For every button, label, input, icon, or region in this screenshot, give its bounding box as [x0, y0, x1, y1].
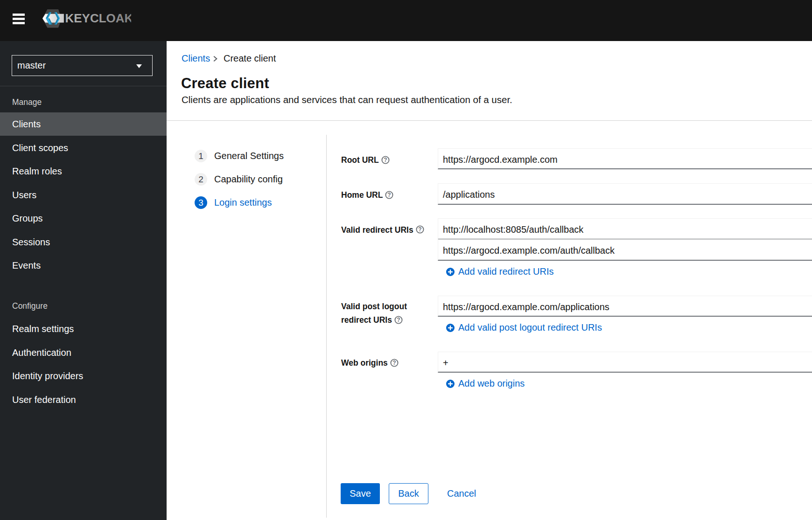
- svg-text:?: ?: [418, 226, 421, 233]
- svg-text:?: ?: [384, 157, 387, 163]
- svg-text:?: ?: [392, 360, 396, 366]
- svg-text:?: ?: [388, 192, 391, 198]
- svg-text:?: ?: [397, 317, 400, 323]
- svg-text:KEYCLOAK: KEYCLOAK: [65, 11, 132, 25]
